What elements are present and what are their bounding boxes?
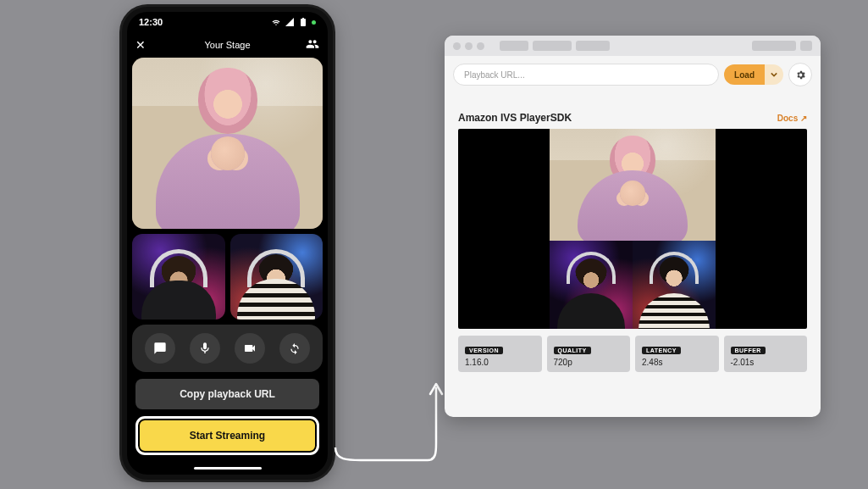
participant-thumb[interactable] [230,234,323,320]
participants-icon[interactable] [306,37,319,53]
close-icon[interactable]: ✕ [135,38,146,52]
copy-url-button[interactable]: Copy playback URL [135,379,319,409]
docs-link[interactable]: Docs ↗ [777,114,807,123]
wifi-icon [271,17,281,27]
browser-chrome [445,36,821,56]
video-player[interactable] [458,129,807,329]
phone-screen: 12:30 ✕ Your Stage [127,12,328,475]
battery-icon [298,17,308,27]
signal-icon [285,17,295,27]
nav-handle [194,467,262,470]
phone-mockup: 12:30 ✕ Your Stage [122,7,333,480]
stat-version: VERSION 1.16.0 [458,336,542,372]
app-bar: ✕ Your Stage [127,32,328,58]
start-streaming-button[interactable]: Start Streaming [135,416,319,455]
main-video-feed[interactable] [132,58,323,229]
traffic-light-icon[interactable] [453,42,461,50]
traffic-light-icon[interactable] [477,42,484,50]
player-stats: VERSION 1.16.0 QUALITY 720p LATENCY 2.48… [458,336,807,372]
camera-button[interactable] [235,333,265,364]
recording-dot-icon [312,20,316,25]
stat-quality: QUALITY 720p [547,336,631,372]
sdk-title: Amazon IVS PlayerSDK [458,112,572,124]
participant-thumb[interactable] [132,234,225,320]
browser-tab[interactable] [533,41,572,51]
browser-window: Playback URL... Load Amazon IVS PlayerSD… [445,36,821,417]
swap-camera-button[interactable] [279,333,310,364]
browser-tab[interactable] [800,41,812,51]
chat-button[interactable] [145,333,175,364]
load-button[interactable]: Load [724,64,765,85]
browser-tab[interactable] [576,41,610,51]
browser-tab[interactable] [500,41,528,51]
traffic-light-icon[interactable] [465,42,473,50]
stat-buffer: BUFFER -2.01s [724,336,808,372]
flow-arrow-icon [333,377,443,466]
mic-button[interactable] [190,333,220,364]
playback-url-input[interactable]: Playback URL... [453,64,719,86]
settings-button[interactable] [788,63,812,86]
browser-tab[interactable] [752,41,796,51]
call-controls [132,325,323,372]
load-dropdown[interactable] [765,64,783,85]
status-time: 12:30 [139,17,163,27]
chevron-down-icon [771,71,777,78]
status-bar: 12:30 [127,12,328,32]
gear-icon [795,69,806,81]
appbar-title: Your Stage [204,40,250,50]
stat-latency: LATENCY 2.48s [635,336,719,372]
